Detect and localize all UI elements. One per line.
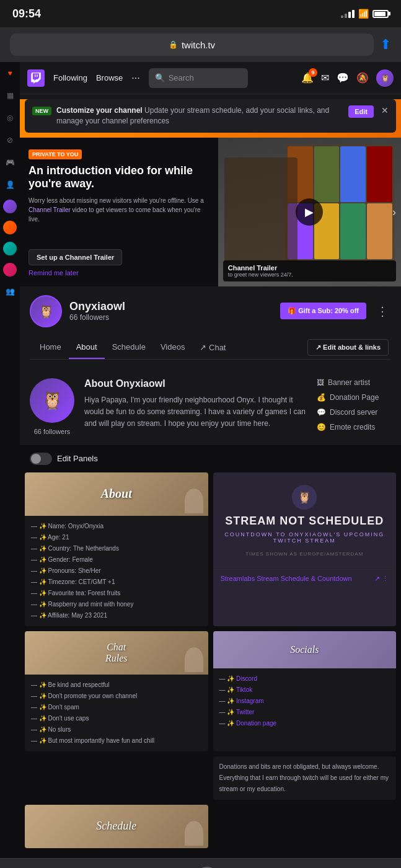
tiktok-link[interactable]: Tiktok [236,686,252,693]
panel-socials-content: — ✨ Discord — ✨ Tiktok — ✨ Instagram — ✨… [213,668,397,734]
share-button[interactable]: ⬆ [380,37,391,53]
edit-about-links-button[interactable]: ↗ Edit about & links [307,339,389,356]
nav-avatar[interactable]: 🦉 [376,69,394,87]
tab-chat[interactable]: ↗ Chat [192,337,233,358]
private-badge: PRIVATE TO YOU [29,149,82,159]
about-avatar: 🦉 [30,378,74,423]
panel-schedule-image: Schedule [25,805,208,848]
customize-banner: NEW Customize your channel Update your s… [25,99,396,133]
profile-avatar: 🦉 [30,295,62,327]
right-video[interactable]: ▶ Channel Trailer to greet new viewers 2… [218,138,401,286]
setup-trailer-button[interactable]: Set up a Channel Trailer [29,249,122,265]
sidebar-icon-heart[interactable]: ♥ [2,66,17,81]
about-content: 🦉 66 followers About Onyxiaowl Hiya Papa… [30,378,391,435]
panel-donation: Donations and bits are not obligated, bu… [213,756,397,800]
sidebar-icon-avatar2[interactable] [3,221,17,234]
wifi-icon: 📶 [358,9,369,19]
tab-about[interactable]: About [69,336,105,359]
about-followers: 66 followers [34,428,71,435]
sidebar-icon-block[interactable]: ⊘ [2,133,17,148]
panel-about-content: — ✨ Name: Onyx/Onyxia — ✨ Age: 21 — ✨ Co… [25,516,208,626]
status-icons: 📶 [341,9,389,19]
sidebar-icon-browse[interactable]: ▦ [2,88,17,103]
browser-bottom-nav: ← → + 6 ··· [0,858,401,868]
about-link-emotes[interactable]: 😊 Emote credits [317,423,391,432]
about-text: About Onyxiaowl Hiya Papaya, I'm your fr… [84,378,307,435]
nav-notification-icon[interactable]: 🔔 9 [301,72,314,84]
gift-sub-button[interactable]: 🎁 Gift a Sub: 20% off [280,303,366,319]
stream-link-text: Streamlabs Stream Schedule & Countdown [221,575,352,582]
edit-button[interactable]: Edit [348,105,374,118]
about-link-banner[interactable]: 🖼 Banner artist [317,378,391,387]
sidebar-icon-person[interactable]: 👤 [2,177,17,192]
sidebar-icon-avatar1[interactable] [3,200,17,213]
panel-chat-rules-text: — ✨ Be kind and respectful — ✨ Don't pro… [31,680,202,746]
panel-about-image: About [25,472,208,516]
customize-title: Customize your channel [56,106,143,115]
channel-profile: 🦉 Onyxiaowl 66 followers 🎁 Gift a Sub: 2… [20,286,401,368]
nav-mail-icon[interactable]: ✉ [321,72,329,84]
tab-schedule[interactable]: Schedule [105,336,153,359]
status-bar: 09:54 📶 [0,0,401,27]
discord-link[interactable]: Discord [236,675,257,682]
stream-link[interactable]: Streamlabs Stream Schedule & Countdown ↗… [213,569,397,588]
profile-info: Onyxiaowl 66 followers [69,300,273,322]
browser-bar: 🔒 twitch.tv ⬆ [0,27,401,62]
about-title: About Onyxiaowl [84,378,307,389]
nav-following[interactable]: Following [53,73,87,82]
profile-name: Onyxiaowl [69,300,273,313]
battery-icon [372,10,389,18]
intro-desc: Worry less about missing new visitors wh… [29,196,209,224]
panel-stream-schedule: 🦉 STREAM NOT SCHEDULED COUNTDOWN TO ONYX… [213,472,397,626]
channel-trailer-link[interactable]: Channel Trailer [29,206,71,213]
twitch-logo[interactable] [27,69,45,87]
customize-text: Customize your channel Update your strea… [56,105,343,126]
close-button[interactable]: ✕ [381,105,389,115]
twitch-nav: Following Browse ··· 🔍 Search 🔔 9 ✉ 💬 🔕 … [20,62,401,94]
url-text: twitch.tv [182,40,215,50]
about-link-donation[interactable]: 💰 Donation Page [317,393,391,402]
sns-sub: COUNTDOWN TO ONYXIAOWL'S UPCOMING TWITCH… [223,531,387,544]
twitter-link[interactable]: Twitter [236,709,254,715]
tab-home[interactable]: Home [32,336,69,359]
video-label-title: Channel Trailer [228,264,391,272]
tabs: Home About Schedule Videos ↗ Chat ↗ Edit… [30,336,391,360]
profile-header: 🦉 Onyxiaowl 66 followers 🎁 Gift a Sub: 2… [30,295,391,327]
sidebar-icon-discover[interactable]: ◎ [2,110,17,125]
remind-link[interactable]: Remind me later [29,269,209,277]
donation-page-link[interactable]: Donation page [236,720,276,727]
panel-about-title: About [101,487,132,501]
panel-chat-rules-image: Chat Rules [25,631,208,675]
about-avatar-area: 🦉 66 followers [30,378,74,435]
new-badge: NEW [32,107,51,115]
sidebar-icon-game[interactable]: 🎮 [2,155,17,170]
panel-donation-content: Donations and bits are not obligated, bu… [213,756,397,800]
panel-about: About — ✨ Name: Onyx/Onyxia — ✨ Age: 21 … [25,472,208,626]
panel-socials: Socials — ✨ Discord — ✨ Tiktok — ✨ Insta… [213,631,397,751]
nav-browse[interactable]: Browse [96,73,123,82]
external-link-icon: ↗ ⋮ [374,575,389,583]
panel-socials-text: — ✨ Discord — ✨ Tiktok — ✨ Instagram — ✨… [219,673,390,729]
panels-grid: About — ✨ Name: Onyx/Onyxia — ✨ Age: 21 … [20,472,401,858]
panel-chat-rules-content: — ✨ Be kind and respectful — ✨ Don't pro… [25,675,208,751]
sidebar-icon-add-friend[interactable]: 👥 [2,284,17,299]
edit-panels-toggle[interactable] [30,453,52,465]
sidebar-icon-avatar3[interactable] [3,242,17,255]
about-link-discord[interactable]: 💬 Discord server [317,408,391,417]
nav-more[interactable]: ··· [131,73,139,84]
video-label-sub: to greet new viewers 24/7. [228,272,391,278]
nav-bell-icon[interactable]: 🔕 [356,72,369,84]
sidebar-icon-avatar4[interactable] [3,263,17,277]
search-icon: 🔍 [155,73,165,82]
chevron-right-icon: › [392,205,396,218]
video-section: PRIVATE TO YOU An introduction video for… [20,138,401,286]
nav-chat-icon[interactable]: 💬 [337,72,349,84]
search-bar[interactable]: 🔍 Search [149,68,248,88]
sns-note: TIMES SHOWN AS EUROPE/AMSTERDAM [223,551,387,557]
instagram-link[interactable]: Instagram [236,698,263,704]
play-button[interactable]: ▶ [296,198,323,226]
about-section: 🦉 66 followers About Onyxiaowl Hiya Papa… [20,368,401,445]
url-bar[interactable]: 🔒 twitch.tv [10,33,374,56]
tab-videos[interactable]: Videos [153,336,193,359]
profile-more-button[interactable]: ⋮ [374,304,391,319]
